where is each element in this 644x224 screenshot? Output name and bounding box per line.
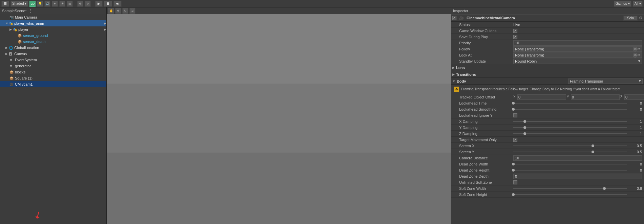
unlimited-soft-zone-row: Unlimited Soft Zone [451,179,644,185]
game-window-guides-checkbox[interactable] [513,29,517,33]
list-item[interactable]: 🎥 CM vcam1 [0,81,106,87]
lookahead-smoothing-thumb[interactable] [512,108,515,111]
body-section[interactable]: ▼ Body Framing Transposer ▾ [451,78,644,85]
dead-zone-height-track[interactable] [513,170,627,171]
audio-icon[interactable]: 🔊 [44,1,50,7]
list-item[interactable]: 📦 sensor_death [0,39,106,45]
soft-zone-width-track[interactable] [513,188,627,189]
shading-mode-dropdown[interactable]: Shaded ▾ [10,1,28,7]
y-damping-label: Y Damping [459,126,513,130]
pause-btn[interactable]: ⏸ [104,1,112,7]
target-movement-only-checkbox[interactable] [513,138,517,142]
screen-x-thumb[interactable] [592,144,594,147]
lookahead-smoothing-label: Lookahead Smoothing [459,107,513,111]
target-movement-only-label: Target Movement Only [459,138,513,142]
screen-x-track[interactable] [513,145,627,146]
z-damping-thumb[interactable] [523,132,526,135]
lookahead-time-track[interactable] [513,103,627,104]
body-algorithm-dropdown[interactable]: Framing Transposer ▾ [568,79,643,84]
z-damping-value: 1 [628,132,642,136]
list-item[interactable]: ▶ 🖼 Canvas [0,51,106,57]
lookahead-ignore-y-row: Lookahead Ignore Y [451,112,644,118]
dead-zone-width-thumb[interactable] [512,163,515,165]
list-item[interactable]: 📷 Main Camera [0,14,106,20]
tracked-y-input[interactable] [571,94,620,100]
lookahead-ignore-y-checkbox[interactable] [513,113,517,117]
priority-input[interactable] [513,40,642,46]
list-item[interactable]: ⚙ EventSystem [0,57,106,63]
list-item[interactable]: 📦 blocks [0,69,106,75]
look-at-field[interactable]: None (Transform) ◎ ≡ [513,52,642,58]
lighting-icon[interactable]: 💡 [37,1,43,7]
layers-arrow: ▾ [639,2,641,5]
unlimited-soft-zone-checkbox[interactable] [513,180,517,184]
y-damping-thumb[interactable] [523,126,526,129]
gizmos-dropdown[interactable]: Gizmos ▾ [614,1,631,7]
list-item[interactable]: 📦 Square (1) [0,75,106,81]
follow-field[interactable]: None (Transform) ◎ ≡ [513,46,642,52]
step-btn[interactable]: ⏭ [113,1,122,7]
soft-zone-height-track[interactable] [513,194,627,195]
scene-filter-icon[interactable]: ⊞ [67,1,73,7]
list-item[interactable]: ⚙ generator [0,63,106,69]
unity-menu-btn[interactable]: ☰ [1,1,9,7]
screen-y-value: 0.5 [628,150,642,154]
scene-rotate-icon[interactable]: ↻ [122,8,128,14]
dead-zone-depth-input[interactable] [513,174,642,179]
warning-row: ⚠ Framing Transposer requires a Follow t… [451,85,644,94]
soft-zone-height-thumb[interactable] [512,193,515,196]
vfx-icon[interactable]: ✦ [52,1,58,7]
dead-zone-height-thumb[interactable] [512,169,515,172]
transitions-section[interactable]: ▶ Transitions [451,71,644,78]
hierarchy-kebab[interactable]: ⋮ [28,8,33,14]
lookahead-time-row: Lookahead Time 0 [451,100,644,106]
screen-y-thumb[interactable] [592,151,594,153]
x-damping-track[interactable] [513,121,627,122]
list-item[interactable]: ▼ 🎭 player_whis_anim ▶ [0,20,106,26]
shading-dropdown-arrow: ▾ [25,2,26,5]
layers-dropdown[interactable]: All ▾ [633,1,643,7]
scene-move-icon[interactable]: ✥ [115,8,121,14]
tracked-z-input[interactable] [624,94,644,100]
y-damping-track[interactable] [513,127,627,128]
x-damping-thumb[interactable] [523,120,526,123]
camera-distance-row: Camera Distance [451,155,644,161]
scene-content[interactable] [107,14,451,224]
look-at-select-btn[interactable]: ◎ [633,53,638,58]
lookahead-smoothing-track[interactable] [513,109,627,110]
play-btn[interactable]: ▶ [95,1,103,7]
lookahead-time-thumb[interactable] [512,102,515,105]
scene-visibility-icon[interactable]: 👁 [59,1,65,7]
x-damping-value: 1 [628,119,642,124]
gizmos-arrow: ▾ [628,2,630,5]
hierarchy-content[interactable]: 📷 Main Camera ▼ 🎭 player_whis_anim ▶ ▶ 🎭… [0,14,106,224]
warning-text: Framing Transposer requires a Follow tar… [461,87,621,91]
list-item[interactable]: ▶ 🎭 player ▶ [0,26,106,32]
unlimited-soft-zone-label: Unlimited Soft Zone [459,180,513,184]
sep2 [93,1,93,6]
tracked-x-input[interactable] [517,94,566,100]
vcam-icon: 🎥 [9,83,14,86]
dead-zone-width-track[interactable] [513,164,627,164]
save-during-play-checkbox[interactable] [513,35,517,39]
camera-distance-input[interactable] [513,155,642,161]
move-tool-icon[interactable]: ✥ [77,1,83,7]
standby-update-row: Standby Update Round Robin ▾ [451,58,644,64]
rotate-tool-icon[interactable]: ↻ [85,1,91,7]
follow-select-btn[interactable]: ◎ [633,47,638,51]
component-settings-icon[interactable]: ⚙ [639,16,643,20]
scene-hand-icon[interactable]: ✋ [108,8,114,14]
component-enabled-checkbox[interactable] [452,16,456,20]
z-damping-track[interactable] [513,133,627,134]
soft-zone-width-thumb[interactable] [603,187,606,190]
scene-scale-icon[interactable]: ⇲ [129,8,135,14]
list-item[interactable]: 📦 sensor_ground [0,32,106,39]
lens-section[interactable]: ▶ Lens [451,64,644,71]
canvas-icon: 🖼 [9,52,14,56]
screen-y-track[interactable] [513,152,627,152]
list-item[interactable]: ▶ 🌐 GlobalLocation [0,45,106,51]
solo-button[interactable]: Solo [623,16,638,21]
gameobject-icon: 📦 [18,34,22,38]
standby-update-dropdown[interactable]: Round Robin ▾ [513,59,642,64]
2d-mode-btn[interactable]: 2D [29,1,36,7]
